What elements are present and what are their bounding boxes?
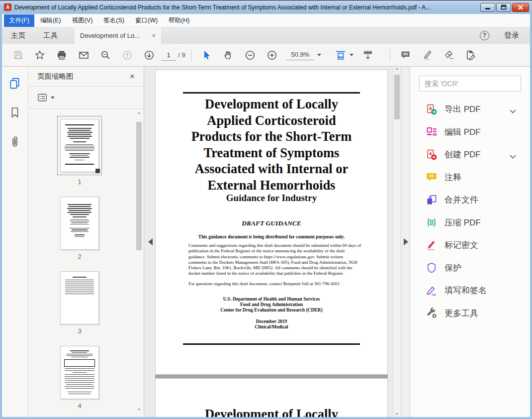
scroll-down-icon[interactable]: ⌄ <box>136 406 142 411</box>
previous-page-button[interactable] <box>116 50 138 61</box>
fill-sign-tool-button[interactable] <box>438 49 460 61</box>
menu-help[interactable]: 帮助(H) <box>164 14 194 27</box>
page-separator <box>155 375 388 378</box>
tab-document-label: Development of Lo... <box>80 32 148 39</box>
find-button[interactable] <box>94 50 116 61</box>
tool-create-pdf[interactable]: 创建 PDF <box>410 143 530 166</box>
menu-edit[interactable]: 编辑(E) <box>35 14 66 27</box>
tool-export-pdf[interactable]: 导出 PDF <box>410 98 530 121</box>
page2-title-line: Development of Locally <box>156 407 387 417</box>
menu-file[interactable]: 文件(F) <box>4 14 34 27</box>
thumbnails-scrollbar[interactable]: ⌃ ⌄ <box>136 112 142 411</box>
help-icon[interactable]: ? <box>480 31 489 40</box>
thumbnail-page-3[interactable] <box>60 271 99 324</box>
thumbnail-options-button[interactable] <box>37 93 55 102</box>
bookmarks-panel-button[interactable] <box>9 106 21 120</box>
star-button[interactable] <box>29 50 51 61</box>
panel-close-icon[interactable]: × <box>130 72 135 82</box>
window-title: Development of Locally Applied Corticost… <box>14 4 475 11</box>
tools-panel-strip <box>401 67 410 417</box>
tools-panel: 导出 PDF 编辑 PDF <box>410 67 530 417</box>
email-button[interactable] <box>73 50 94 61</box>
document-scrollbar-thumb[interactable] <box>394 75 400 119</box>
thumbnail-page-number: 3 <box>78 327 81 335</box>
save-button[interactable] <box>7 50 29 60</box>
organization-block: U.S. Department of Health and Human Serv… <box>156 297 387 313</box>
menu-view[interactable]: 视图(V) <box>67 14 98 27</box>
tool-compress-pdf[interactable]: 压缩 PDF <box>410 211 530 234</box>
main-toolbar: / 9 50.9% <box>2 44 530 67</box>
select-tool-button[interactable] <box>195 50 217 61</box>
zoom-in-button[interactable] <box>261 50 283 61</box>
minimize-button[interactable] <box>480 3 495 12</box>
page-count-label: / 9 <box>178 51 185 59</box>
thumbnail-page-number: 4 <box>78 402 81 410</box>
options-chevron-icon <box>51 97 55 99</box>
page-thumbnails-panel-button[interactable] <box>8 77 21 92</box>
attachments-panel-button[interactable] <box>9 135 20 150</box>
tool-redact[interactable]: 标记密文 <box>410 234 530 257</box>
menu-sign[interactable]: 签名(S) <box>98 14 129 27</box>
hand-tool-button[interactable] <box>217 50 239 61</box>
scrolling-mode-icon <box>362 49 374 61</box>
restore-button[interactable] <box>496 3 511 12</box>
tool-fill-sign[interactable]: 填写和签名 <box>410 279 530 302</box>
sign-in-button[interactable]: 登录 <box>504 31 519 40</box>
zoom-level-value[interactable]: 50.9% <box>286 50 314 60</box>
thumbnail-page-2[interactable] <box>60 197 99 250</box>
hand-icon <box>223 50 234 61</box>
tab-home[interactable]: 主页 <box>2 27 34 44</box>
menu-bar: 文件(F) 编辑(E) 视图(V) 签名(S) 窗口(W) 帮助(H) <box>2 14 530 27</box>
email-icon <box>78 50 89 61</box>
next-page-button[interactable] <box>138 50 160 61</box>
thumbnail-page-1[interactable] <box>57 116 102 175</box>
scroll-down-icon[interactable]: ⌄ <box>393 410 400 415</box>
scroll-up-icon[interactable]: ⌃ <box>136 112 142 117</box>
horizontal-rule <box>183 92 360 94</box>
tool-comment[interactable]: 注释 <box>410 166 530 189</box>
thumbnail-resize-handle[interactable] <box>95 169 100 173</box>
tab-close-icon[interactable]: × <box>152 32 156 39</box>
thumbnail-page-number: 2 <box>78 253 81 260</box>
comment-tool-button[interactable] <box>394 50 416 61</box>
page-number-input[interactable] <box>161 50 176 60</box>
highlight-tool-button[interactable] <box>416 49 438 61</box>
tools-search-box <box>419 76 521 92</box>
close-button[interactable] <box>512 3 529 12</box>
fountain-pen-icon <box>443 49 455 61</box>
tool-protect[interactable]: 保护 <box>410 257 530 280</box>
expand-right-panel-arrow[interactable] <box>404 238 408 245</box>
zoom-in-icon <box>266 50 277 61</box>
minimize-icon <box>485 5 491 9</box>
thumbnail-page-4[interactable] <box>60 346 99 399</box>
tools-search-input[interactable] <box>420 80 521 88</box>
toolbar-separator <box>191 49 191 62</box>
thumbnails-scrollbar-thumb[interactable] <box>136 122 142 250</box>
document-pen-icon <box>465 49 477 61</box>
stamp-edit-tool-button[interactable] <box>460 49 482 61</box>
collapse-left-panel-arrow[interactable] <box>148 238 153 245</box>
tool-edit-pdf[interactable]: 编辑 PDF <box>410 121 530 144</box>
draft-guidance-label: DRAFT GUIDANCE <box>156 219 387 227</box>
chevron-down-icon[interactable] <box>510 152 516 161</box>
select-arrow-icon <box>201 50 212 61</box>
zoom-out-button[interactable] <box>239 50 261 61</box>
zoom-level-control[interactable]: 50.9% <box>286 50 321 60</box>
fit-width-button[interactable] <box>331 49 357 61</box>
compress-pdf-icon <box>425 216 438 228</box>
tab-tools[interactable]: 工具 <box>34 27 67 44</box>
page-display-button[interactable] <box>357 49 379 61</box>
tool-more-tools[interactable]: 更多工具 <box>410 302 530 325</box>
create-pdf-icon <box>425 149 438 161</box>
menu-window[interactable]: 窗口(W) <box>130 14 163 27</box>
chevron-down-icon[interactable] <box>510 106 516 115</box>
print-button[interactable] <box>51 50 73 61</box>
close-icon <box>518 4 524 10</box>
tool-combine-files[interactable]: 合并文件 <box>410 189 530 211</box>
fit-width-icon <box>335 49 347 61</box>
thumbnails-panel-title: 页面缩略图 <box>37 72 130 81</box>
tab-document[interactable]: Development of Lo... × <box>74 27 162 44</box>
document-scrollbar[interactable]: ⌃ ⌄ <box>393 67 400 417</box>
scroll-up-icon[interactable]: ⌃ <box>393 68 400 73</box>
page-number-input-box <box>161 50 176 61</box>
